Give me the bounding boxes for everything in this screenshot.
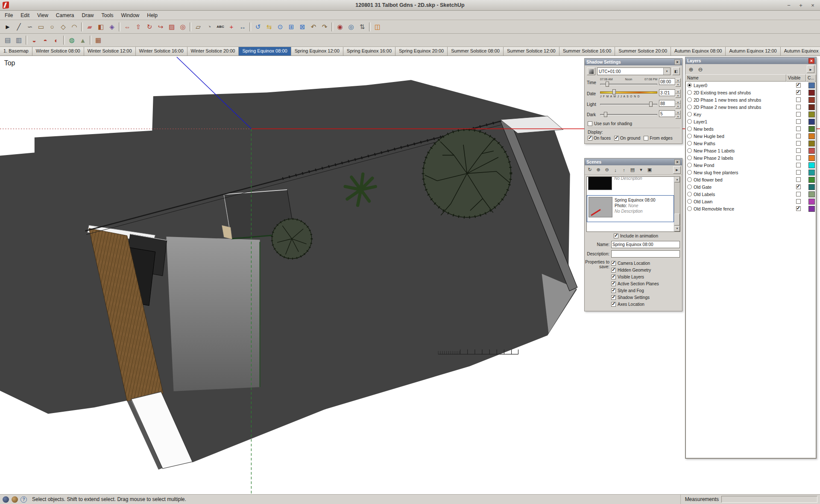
close-icon[interactable] <box>674 159 680 165</box>
select-tool-icon[interactable]: ► <box>2 22 13 32</box>
eraser-tool-icon[interactable]: ▰ <box>84 22 95 32</box>
credits-icon[interactable] <box>12 496 18 503</box>
scene-tab[interactable]: Winter Solstice 16:00 <box>136 47 187 56</box>
layer-current-radio[interactable] <box>687 199 692 204</box>
layer-visible-checkbox[interactable] <box>796 170 801 175</box>
column-header-visible[interactable]: Visible <box>786 74 806 82</box>
menu-item[interactable]: Window <box>117 12 144 19</box>
dimension-tool-icon[interactable]: ↔ <box>237 22 248 32</box>
layer-row[interactable]: Layer1 <box>686 118 816 125</box>
menu-item[interactable]: Camera <box>52 12 78 19</box>
property-checkbox[interactable] <box>611 275 616 279</box>
remove-scene-icon[interactable]: ⊖ <box>603 166 611 174</box>
layer-visible-checkbox[interactable] <box>796 155 801 160</box>
close-icon[interactable] <box>674 59 680 65</box>
layer-color-swatch[interactable] <box>808 97 815 103</box>
scroll-down-icon[interactable] <box>674 226 680 231</box>
polygon-tool-icon[interactable]: ◇ <box>58 22 69 32</box>
layer-visible-checkbox[interactable] <box>796 148 801 153</box>
layer-current-radio[interactable] <box>687 170 692 175</box>
follow-me-tool-icon[interactable]: ↪ <box>155 22 166 32</box>
scene-item-selected[interactable]: Spring Equinox 08:00 Photo: None No Desc… <box>587 195 674 222</box>
scroll-up-icon[interactable] <box>674 177 680 182</box>
include-animation-checkbox[interactable] <box>614 234 618 238</box>
layer-color-swatch[interactable] <box>808 162 815 168</box>
layer-current-radio[interactable] <box>687 105 692 109</box>
layer-current-radio[interactable] <box>687 206 692 211</box>
layer-row[interactable]: Old Removble fence <box>686 205 816 212</box>
display-option-checkbox[interactable] <box>614 136 619 141</box>
layer-row[interactable]: Old Gate <box>686 183 816 190</box>
layer-row[interactable]: Key <box>686 111 816 118</box>
make-component-icon[interactable]: ◈ <box>106 22 117 32</box>
dark-input[interactable]: 5 <box>659 110 675 117</box>
save-scene-icon[interactable]: ▣ <box>646 166 653 174</box>
layer-visible-checkbox[interactable] <box>796 206 801 211</box>
layer-current-radio[interactable] <box>687 141 692 146</box>
layer-visible-checkbox[interactable] <box>796 134 801 138</box>
previous-view-icon[interactable]: ↶ <box>308 22 319 32</box>
scenes-titlebar[interactable]: Scenes <box>585 158 682 165</box>
scene-tab[interactable]: Autumn Equinox 08:00 <box>671 47 726 56</box>
scene-tab[interactable]: Summer Solstice 20:00 <box>615 47 671 56</box>
panel-expand-icon[interactable]: ▸ <box>673 166 681 174</box>
zoom-extents-icon[interactable]: ⊠ <box>297 22 308 32</box>
shadow-settings-titlebar[interactable]: Shadow Settings <box>585 59 682 65</box>
layer-row[interactable]: Old Labels <box>686 190 816 198</box>
layer-color-swatch[interactable] <box>808 141 815 147</box>
chevron-down-icon[interactable] <box>663 68 670 75</box>
text-tool-icon[interactable]: ABC <box>215 22 226 32</box>
walk-tool-icon[interactable]: ⇅ <box>357 22 368 32</box>
layer-visible-checkbox[interactable] <box>796 199 801 204</box>
pan-tool-icon[interactable]: ⇆ <box>264 22 275 32</box>
scene-tab[interactable]: Spring Equinox 20:00 <box>395 47 448 56</box>
layer-current-radio[interactable] <box>687 185 692 189</box>
layer-visible-checkbox[interactable] <box>796 90 801 95</box>
layer-row[interactable]: Layer0 <box>686 82 816 89</box>
solid-subtract-icon[interactable]: ◐ <box>51 35 62 45</box>
time-spinner[interactable] <box>675 78 680 87</box>
timezone-select[interactable]: UTC+01:00 <box>597 67 671 75</box>
display-option-checkbox[interactable] <box>644 136 648 141</box>
layer-current-radio[interactable] <box>687 90 692 95</box>
light-spinner[interactable] <box>675 100 680 108</box>
minimize-button[interactable]: − <box>786 2 792 9</box>
close-button[interactable]: × <box>810 2 816 9</box>
layer-current-radio[interactable] <box>687 155 692 160</box>
property-checkbox[interactable] <box>611 268 616 273</box>
layer-row[interactable]: New slug free planters <box>686 169 816 176</box>
scale-tool-icon[interactable]: ▨ <box>166 22 177 32</box>
model-viewport[interactable]: Top Shadow Settings UTC+01:00 Time 07:06… <box>0 56 820 494</box>
property-checkbox[interactable] <box>611 288 616 293</box>
layer-current-radio[interactable] <box>687 134 692 138</box>
layer-row[interactable]: 2D Phase 2 new trees and shrubs <box>686 103 816 111</box>
dark-slider[interactable] <box>600 111 657 117</box>
move-scene-down-icon[interactable]: ↓ <box>612 166 619 174</box>
scrollbar[interactable] <box>674 177 680 231</box>
freehand-tool-icon[interactable]: ∽ <box>24 22 35 32</box>
patio-surface[interactable] <box>166 237 260 391</box>
layer-visible-checkbox[interactable] <box>796 97 801 102</box>
shadow-toggle-icon[interactable] <box>587 67 595 75</box>
display-option-checkbox[interactable] <box>588 136 592 141</box>
layer-color-swatch[interactable] <box>808 199 815 205</box>
scene-tab[interactable]: Summer Solstice 08:00 <box>448 47 504 56</box>
scene-tab[interactable]: Summer Solstice 12:00 <box>504 47 559 56</box>
layer-current-radio[interactable] <box>687 177 692 182</box>
layers-titlebar[interactable]: Layers <box>685 57 816 64</box>
zoom-tool-icon[interactable]: ⊙ <box>275 22 286 32</box>
layers-detail-icon[interactable]: ▸ <box>807 65 814 73</box>
layer-visible-checkbox[interactable] <box>796 141 801 146</box>
layer-color-swatch[interactable] <box>808 119 815 125</box>
circle-tool-icon[interactable]: ○ <box>47 22 58 32</box>
layer-color-swatch[interactable] <box>808 206 815 212</box>
layer-color-swatch[interactable] <box>808 111 815 117</box>
tree-large[interactable] <box>423 129 511 217</box>
layer-row[interactable]: 2D Phase 1 new trees and shrubs <box>686 96 816 103</box>
menu-item[interactable]: Help <box>143 12 161 19</box>
view-options-icon[interactable]: ▤ <box>629 166 636 174</box>
property-checkbox[interactable] <box>611 295 616 300</box>
light-input[interactable]: 88 <box>659 100 675 107</box>
use-sun-checkbox[interactable] <box>588 121 592 126</box>
section-plane-icon[interactable]: ◫ <box>372 22 383 32</box>
